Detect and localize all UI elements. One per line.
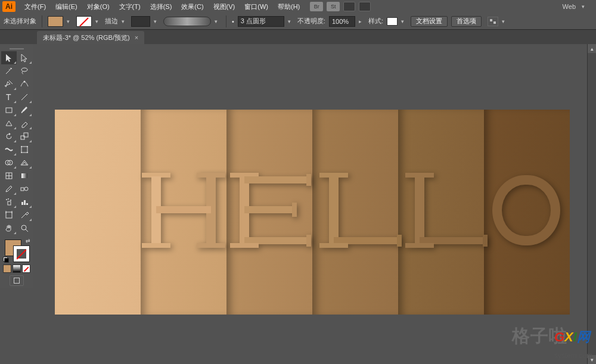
direct-selection-tool[interactable] xyxy=(17,51,32,64)
free-transform-tool[interactable] xyxy=(17,143,32,156)
svg-point-22 xyxy=(6,199,7,200)
workspace-label[interactable]: Web xyxy=(563,3,576,10)
paintbrush-tool[interactable] xyxy=(17,104,32,117)
svg-rect-19 xyxy=(21,188,24,191)
shape-builder-tool[interactable] xyxy=(1,156,17,169)
zoom-tool[interactable] xyxy=(17,222,32,235)
menu-effect[interactable]: 效果(C) xyxy=(177,1,207,13)
menu-file[interactable]: 文件(F) xyxy=(20,1,50,13)
menu-type[interactable]: 文字(T) xyxy=(115,1,145,13)
menu-window[interactable]: 窗口(W) xyxy=(240,1,272,13)
svg-rect-8 xyxy=(21,147,27,153)
chevron-down-icon[interactable]: ▾ xyxy=(122,18,128,24)
selection-tool[interactable] xyxy=(1,51,17,64)
pen-tool[interactable] xyxy=(1,77,17,91)
fill-stroke-indicator[interactable]: ⇄ xyxy=(4,238,30,262)
artboard-tool[interactable] xyxy=(1,209,17,222)
brush-select[interactable] xyxy=(238,16,284,27)
hand-tool[interactable] xyxy=(1,222,17,235)
chevron-down-icon[interactable]: ▾ xyxy=(215,18,221,24)
svg-rect-27 xyxy=(26,203,28,205)
line-tool[interactable] xyxy=(17,91,32,104)
tab-title: 未标题-3* @ 52% (RGB/预览) xyxy=(43,33,130,42)
document-tab[interactable]: 未标题-3* @ 52% (RGB/预览) × xyxy=(37,31,144,44)
svg-rect-18 xyxy=(21,173,27,178)
style-swatch[interactable] xyxy=(387,17,398,26)
letter-e xyxy=(222,173,323,248)
chevron-down-icon[interactable]: ▾ xyxy=(154,18,160,24)
svg-point-23 xyxy=(8,198,9,200)
mesh-tool[interactable] xyxy=(1,169,17,182)
stock-button[interactable]: St xyxy=(327,2,340,11)
color-mode-solid[interactable] xyxy=(3,265,11,273)
chevron-down-icon[interactable]: ▾ xyxy=(288,18,294,24)
eraser-tool[interactable] xyxy=(17,117,32,130)
letter-o xyxy=(482,173,571,248)
fill-swatch[interactable] xyxy=(48,16,63,27)
selection-status: 未选择对象 xyxy=(4,17,36,26)
color-mode-gradient[interactable] xyxy=(13,265,21,273)
gradient-tool[interactable] xyxy=(17,169,32,182)
bridge-button[interactable]: Br xyxy=(310,2,323,11)
menu-view[interactable]: 视图(V) xyxy=(209,1,240,13)
rectangle-tool[interactable] xyxy=(1,104,17,117)
document-tab-bar: 未标题-3* @ 52% (RGB/预览) × xyxy=(0,30,596,44)
magic-wand-tool[interactable] xyxy=(1,64,17,77)
close-icon[interactable]: × xyxy=(135,34,138,41)
symbol-sprayer-tool[interactable] xyxy=(1,195,17,209)
svg-point-2 xyxy=(24,81,26,83)
menu-object[interactable]: 对象(O) xyxy=(83,1,114,13)
menu-edit[interactable]: 编辑(E) xyxy=(51,1,82,13)
slice-tool[interactable] xyxy=(17,209,32,222)
rotate-tool[interactable] xyxy=(1,130,17,143)
scroll-up-icon[interactable]: ▴ xyxy=(588,44,596,53)
column-graph-tool[interactable] xyxy=(17,195,32,209)
stroke-label: 描边 xyxy=(105,17,118,26)
type-tool[interactable]: T xyxy=(1,91,17,104)
shaper-tool[interactable] xyxy=(1,117,17,130)
chevron-down-icon[interactable]: ▾ xyxy=(67,18,73,24)
svg-rect-21 xyxy=(8,201,11,205)
letter-l-1 xyxy=(311,173,411,248)
perspective-grid-tool[interactable] xyxy=(17,156,32,169)
chevron-down-icon[interactable]: ▸ xyxy=(359,18,365,24)
color-mode-none[interactable] xyxy=(22,265,30,273)
tool-palette: T ⇄ xyxy=(0,44,33,288)
align-icon[interactable] xyxy=(488,17,498,26)
swap-fill-stroke-icon[interactable]: ⇄ xyxy=(26,238,30,244)
stroke-profile[interactable] xyxy=(163,17,211,26)
svg-line-32 xyxy=(26,229,28,232)
arrange-docs-icon[interactable] xyxy=(343,2,355,11)
lasso-tool[interactable] xyxy=(17,64,32,77)
default-fill-stroke-icon[interactable] xyxy=(3,257,9,263)
chevron-down-icon[interactable]: ▾ xyxy=(95,18,101,24)
svg-point-31 xyxy=(21,225,26,230)
eyedropper-tool[interactable] xyxy=(1,182,17,195)
svg-point-24 xyxy=(10,200,11,201)
stroke-swatch[interactable] xyxy=(76,16,92,27)
palette-handle[interactable] xyxy=(1,46,32,51)
scale-tool[interactable] xyxy=(17,130,32,143)
app-logo: Ai xyxy=(2,1,15,12)
blend-tool[interactable] xyxy=(17,182,32,195)
svg-line-4 xyxy=(21,94,27,100)
style-label: 样式: xyxy=(368,17,383,26)
svg-point-10 xyxy=(27,146,28,147)
chevron-down-icon[interactable]: ▾ xyxy=(401,18,407,24)
curvature-tool[interactable] xyxy=(17,77,32,91)
preferences-button[interactable]: 首选项 xyxy=(451,16,482,27)
width-tool[interactable] xyxy=(1,143,17,156)
stroke-weight-input[interactable] xyxy=(131,16,150,27)
draw-normal-icon[interactable] xyxy=(10,275,24,286)
stroke-color-icon[interactable] xyxy=(13,245,30,262)
canvas[interactable] xyxy=(35,44,586,364)
document-setup-button[interactable]: 文档设置 xyxy=(411,16,448,27)
gpu-icon[interactable] xyxy=(359,2,371,11)
menu-select[interactable]: 选择(S) xyxy=(146,1,176,13)
chevron-down-icon[interactable]: ▾ xyxy=(582,4,588,10)
scroll-down-icon[interactable]: ▾ xyxy=(588,355,596,364)
chevron-down-icon[interactable]: ▾ xyxy=(502,18,508,24)
menu-help[interactable]: 帮助(H) xyxy=(274,1,304,13)
vertical-scrollbar[interactable]: ▴ ▾ xyxy=(587,44,596,364)
opacity-input[interactable] xyxy=(329,16,355,27)
